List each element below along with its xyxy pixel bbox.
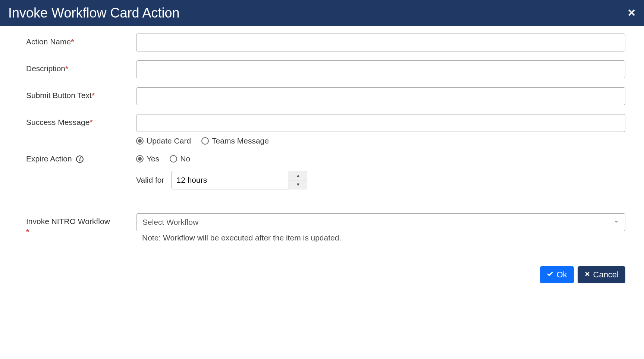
valid-for-row: Valid for ▲ ▼ <box>136 171 625 189</box>
label-description-text: Description <box>26 64 65 73</box>
chevron-down-icon <box>614 219 619 226</box>
spinner-down-icon[interactable]: ▼ <box>289 180 307 189</box>
dialog-footer: Ok Cancel <box>0 259 644 291</box>
cancel-button[interactable]: Cancel <box>578 266 625 283</box>
label-submit-text: Submit Button Text* <box>26 87 136 100</box>
dialog-header: Invoke Workflow Card Action ✕ <box>0 0 644 26</box>
row-success-message: Success Message* Update Card Teams Messa… <box>26 114 625 145</box>
action-name-input[interactable] <box>136 34 625 51</box>
workflow-select[interactable]: Select Workflow <box>136 213 625 231</box>
radio-yes-label: Yes <box>147 154 159 163</box>
required-star: * <box>71 37 74 46</box>
radio-no-label: No <box>180 154 190 163</box>
expire-action-radio-group: Yes No <box>136 154 625 163</box>
required-star: * <box>65 64 68 73</box>
label-expire-action: Expire Action i <box>26 154 136 163</box>
ok-button-label: Ok <box>556 270 567 280</box>
radio-update-card-label: Update Card <box>147 136 191 145</box>
valid-for-spinner: ▲ ▼ <box>172 171 307 189</box>
spinner-up-icon[interactable]: ▲ <box>289 171 307 180</box>
required-star: * <box>89 118 92 126</box>
spinner-buttons: ▲ ▼ <box>289 171 307 189</box>
field-success-message: Update Card Teams Message <box>136 114 625 145</box>
radio-teams-message-label: Teams Message <box>212 136 269 145</box>
label-action-name-text: Action Name <box>26 37 71 46</box>
close-icon[interactable]: ✕ <box>627 8 636 18</box>
radio-teams-message[interactable]: Teams Message <box>201 136 269 145</box>
description-input[interactable] <box>136 60 625 78</box>
radio-circle-icon <box>136 137 144 145</box>
info-icon[interactable]: i <box>76 155 84 163</box>
radio-no[interactable]: No <box>170 154 190 163</box>
field-submit-text <box>136 87 625 105</box>
label-expire-action-text: Expire Action <box>26 154 72 163</box>
required-star: * <box>92 91 95 100</box>
workflow-note: Note: Workflow will be executed after th… <box>142 233 625 242</box>
label-submit-text-text: Submit Button Text <box>26 91 92 100</box>
label-invoke-workflow: Invoke NITRO Workflow * <box>26 213 136 236</box>
label-invoke-workflow-text: Invoke NITRO Workflow <box>26 217 110 226</box>
row-submit-text: Submit Button Text* <box>26 87 625 105</box>
dialog-container: Invoke Workflow Card Action ✕ Action Nam… <box>0 0 644 291</box>
field-expire-action: Yes No Valid for ▲ ▼ <box>136 154 625 189</box>
success-message-radio-group: Update Card Teams Message <box>136 136 625 145</box>
label-success-message-text: Success Message <box>26 118 89 126</box>
check-icon <box>547 271 553 279</box>
x-icon <box>584 271 590 279</box>
row-action-name: Action Name* <box>26 34 625 51</box>
radio-circle-icon <box>170 155 177 163</box>
radio-circle-icon <box>201 137 209 145</box>
required-star: * <box>26 227 136 236</box>
label-action-name: Action Name* <box>26 34 136 46</box>
spacer <box>26 198 625 213</box>
radio-update-card[interactable]: Update Card <box>136 136 191 145</box>
valid-for-label: Valid for <box>136 176 164 185</box>
dialog-body: Action Name* Description* Submit Button … <box>0 26 644 259</box>
success-message-input[interactable] <box>136 114 625 132</box>
ok-button[interactable]: Ok <box>540 266 574 283</box>
workflow-select-placeholder: Select Workflow <box>142 218 198 227</box>
radio-yes[interactable]: Yes <box>136 154 159 163</box>
row-invoke-workflow: Invoke NITRO Workflow * Select Workflow … <box>26 213 625 242</box>
submit-text-input[interactable] <box>136 87 625 105</box>
cancel-button-label: Cancel <box>593 270 619 280</box>
field-invoke-workflow: Select Workflow Note: Workflow will be e… <box>136 213 625 242</box>
label-success-message: Success Message* <box>26 114 136 127</box>
row-expire-action: Expire Action i Yes No Valid for <box>26 154 625 189</box>
workflow-select-wrap: Select Workflow <box>136 213 625 231</box>
label-description: Description* <box>26 60 136 73</box>
valid-for-input[interactable] <box>172 171 289 189</box>
field-description <box>136 60 625 78</box>
field-action-name <box>136 34 625 51</box>
row-description: Description* <box>26 60 625 78</box>
dialog-title: Invoke Workflow Card Action <box>8 5 180 21</box>
radio-circle-icon <box>136 155 144 163</box>
